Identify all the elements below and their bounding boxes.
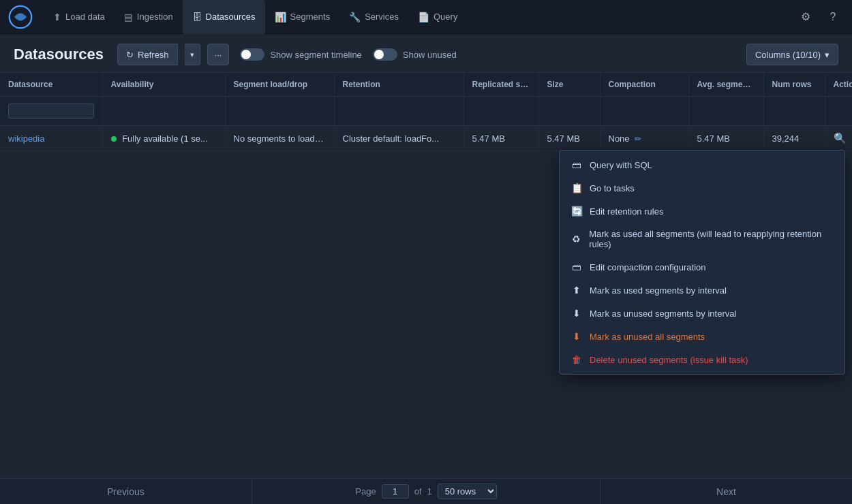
page-title: Datasources bbox=[14, 46, 104, 63]
logo[interactable] bbox=[8, 5, 33, 29]
menu-item-go-tasks[interactable]: 📋 Go to tasks bbox=[560, 176, 845, 200]
col-header-repsize[interactable]: Replicated size bbox=[463, 73, 538, 97]
nav-ingestion[interactable]: ▤ Ingestion bbox=[115, 0, 183, 34]
menu-item-query-sql-label: Query with SQL bbox=[590, 160, 652, 170]
refresh-dropdown-button[interactable]: ▾ bbox=[185, 44, 200, 65]
td-retention: Cluster default: loadFo... bbox=[334, 126, 463, 151]
nav-segments-label: Segments bbox=[290, 12, 331, 22]
col-header-segloadrop[interactable]: Segment load/drop bbox=[225, 73, 334, 97]
menu-item-edit-retention[interactable]: 🔄 Edit retention rules bbox=[560, 200, 845, 223]
filter-numrows-cell bbox=[763, 97, 825, 126]
nav-ingestion-label: Ingestion bbox=[137, 12, 173, 22]
menu-item-mark-used-interval-label: Mark as used segments by interval bbox=[590, 285, 727, 296]
columns-label: Columns (10/10) bbox=[755, 50, 821, 60]
footer: Previous Page of 1 25 rows 50 rows 100 r… bbox=[0, 478, 852, 504]
table-header-row: Datasource Availability Segment load/dro… bbox=[0, 73, 852, 97]
settings-button[interactable]: ⚙ bbox=[795, 6, 817, 28]
datasources-table: Datasource Availability Segment load/dro… bbox=[0, 73, 852, 151]
td-repsize: 5.47 MB bbox=[463, 126, 538, 151]
rows-per-page-select[interactable]: 25 rows 50 rows 100 rows bbox=[438, 484, 497, 499]
menu-item-edit-compaction-label: Edit compaction configuration bbox=[590, 262, 706, 272]
refresh-button[interactable]: ↻ Refresh bbox=[117, 44, 178, 65]
nav-services[interactable]: 🔧 Services bbox=[339, 0, 408, 34]
mark-used-all-icon: ♻ bbox=[570, 234, 582, 245]
filter-compaction-cell bbox=[600, 97, 688, 126]
col-header-avgseg[interactable]: Avg. segment... bbox=[688, 73, 763, 97]
menu-item-delete-unused[interactable]: 🗑 Delete unused segments (issue kill tas… bbox=[560, 348, 845, 371]
segment-timeline-toggle-group: Show segment timeline bbox=[240, 48, 361, 61]
availability-text: Fully available (1 se... bbox=[122, 133, 208, 144]
page-header: Datasources ↻ Refresh ▾ ··· Show segment… bbox=[0, 34, 852, 73]
datasource-link[interactable]: wikipedia bbox=[8, 133, 44, 144]
col-header-numrows[interactable]: Num rows bbox=[763, 73, 825, 97]
menu-item-go-tasks-label: Go to tasks bbox=[590, 183, 635, 193]
filter-retention-cell bbox=[334, 97, 463, 126]
menu-item-mark-used-all[interactable]: ♻ Mark as used all segments (will lead t… bbox=[560, 223, 845, 255]
show-unused-toggle-group: Show unused bbox=[373, 48, 457, 61]
mark-unused-all-icon: ⬇ bbox=[570, 331, 583, 342]
topnav: ⬆ Load data ▤ Ingestion 🗄 Datasources 📊 … bbox=[0, 0, 852, 34]
edit-compaction-icon: 🗃 bbox=[570, 262, 583, 272]
menu-item-query-sql[interactable]: 🗃 Query with SQL bbox=[560, 153, 845, 176]
td-datasource: wikipedia bbox=[0, 126, 102, 151]
previous-button[interactable]: Previous bbox=[0, 479, 252, 504]
td-actions: 🔍 🔧 bbox=[825, 126, 852, 151]
segment-timeline-label: Show segment timeline bbox=[270, 50, 361, 60]
menu-item-mark-unused-interval[interactable]: ⬇ Mark as unused segments by interval bbox=[560, 302, 845, 325]
td-avgseg: 5.47 MB bbox=[688, 126, 763, 151]
compaction-edit-icon[interactable]: ✏ bbox=[635, 134, 641, 144]
col-header-compaction[interactable]: Compaction bbox=[600, 73, 688, 97]
next-button[interactable]: Next bbox=[600, 479, 852, 504]
edit-retention-icon: 🔄 bbox=[570, 206, 583, 217]
menu-item-mark-unused-all[interactable]: ⬇ Mark as unused all segments bbox=[560, 325, 845, 348]
table-row: wikipedia Fully available (1 se... No se… bbox=[0, 126, 852, 151]
datasources-icon: 🗄 bbox=[192, 12, 202, 22]
col-header-actions[interactable]: Actions bbox=[825, 73, 852, 97]
nav-segments[interactable]: 📊 Segments bbox=[265, 0, 340, 34]
more-button[interactable]: ··· bbox=[207, 44, 230, 65]
more-label: ··· bbox=[215, 50, 222, 60]
filter-repsize-cell bbox=[463, 97, 538, 126]
compaction-text: None bbox=[609, 133, 630, 144]
menu-item-edit-compaction[interactable]: 🗃 Edit compaction configuration bbox=[560, 255, 845, 279]
td-compaction: None ✏ bbox=[600, 126, 688, 151]
menu-item-mark-unused-interval-label: Mark as unused segments by interval bbox=[590, 309, 736, 319]
services-icon: 🔧 bbox=[349, 12, 361, 22]
chevron-down-icon-columns: ▾ bbox=[825, 50, 830, 60]
nav-services-label: Services bbox=[365, 12, 399, 22]
menu-item-mark-used-interval[interactable]: ⬆ Mark as used segments by interval bbox=[560, 279, 845, 302]
topnav-right: ⚙ ? bbox=[795, 6, 844, 28]
help-button[interactable]: ? bbox=[822, 6, 844, 28]
chevron-down-icon: ▾ bbox=[190, 50, 194, 59]
query-icon: 📄 bbox=[418, 12, 429, 22]
segment-timeline-toggle[interactable] bbox=[240, 48, 264, 61]
availability-dot bbox=[111, 136, 117, 142]
action-search-icon[interactable]: 🔍 bbox=[834, 132, 847, 144]
col-header-retention[interactable]: Retention bbox=[334, 73, 463, 97]
col-header-datasource[interactable]: Datasource bbox=[0, 73, 102, 97]
nav-datasources[interactable]: 🗄 Datasources bbox=[183, 0, 265, 34]
menu-item-edit-retention-label: Edit retention rules bbox=[590, 206, 663, 217]
footer-pagination: Page of 1 25 rows 50 rows 100 rows bbox=[252, 479, 600, 504]
td-segloadrop: No segments to load/d... bbox=[225, 126, 334, 151]
menu-item-mark-used-all-label: Mark as used all segments (will lead to … bbox=[589, 229, 834, 249]
context-menu: 🗃 Query with SQL 📋 Go to tasks 🔄 Edit re… bbox=[559, 150, 845, 375]
page-input[interactable] bbox=[382, 484, 409, 499]
td-size: 5.47 MB bbox=[538, 126, 600, 151]
menu-item-delete-unused-label: Delete unused segments (issue kill task) bbox=[590, 355, 748, 365]
columns-button[interactable]: Columns (10/10) ▾ bbox=[746, 44, 838, 65]
nav-datasources-label: Datasources bbox=[206, 12, 256, 22]
segments-icon: 📊 bbox=[275, 12, 286, 22]
nav-query-label: Query bbox=[433, 12, 457, 22]
filter-avgseg-cell bbox=[688, 97, 763, 126]
nav-query[interactable]: 📄 Query bbox=[408, 0, 467, 34]
menu-item-mark-unused-all-label: Mark as unused all segments bbox=[590, 332, 705, 342]
filter-segloadrop-cell bbox=[225, 97, 334, 126]
show-unused-toggle[interactable] bbox=[373, 48, 397, 61]
nav-load-data[interactable]: ⬆ Load data bbox=[44, 0, 115, 34]
col-header-size[interactable]: Size bbox=[538, 73, 600, 97]
settings-icon: ⚙ bbox=[801, 10, 810, 23]
filter-datasource-input[interactable] bbox=[8, 104, 94, 119]
col-header-availability[interactable]: Availability bbox=[102, 73, 225, 97]
page-total-label: 1 bbox=[427, 486, 431, 497]
